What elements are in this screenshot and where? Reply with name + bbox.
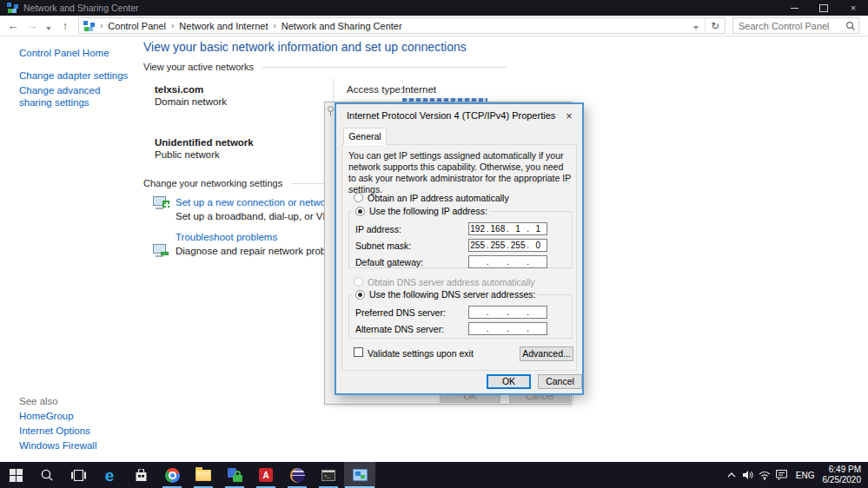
obtain-ip-radio[interactable] [354, 193, 363, 202]
taskbar-eclipse-button[interactable] [282, 462, 313, 488]
refresh-icon[interactable]: ↻ [706, 20, 725, 32]
taskbar-secure-app-button[interactable] [219, 462, 250, 488]
edge-icon: e [105, 467, 115, 484]
taskbar-store-button[interactable] [125, 462, 156, 488]
tab-general[interactable]: General [343, 128, 387, 145]
subnet-mask-field[interactable]: 255.255.255.0 [468, 239, 547, 252]
dialog-pin-icon [328, 106, 334, 112]
clock[interactable]: 6:49 PM 6/25/2020 [821, 465, 868, 486]
validate-checkbox[interactable] [354, 347, 363, 357]
search-input[interactable] [733, 21, 843, 31]
use-dns-label: Use the following DNS server addresses: [369, 289, 535, 300]
back-button[interactable]: ← [3, 19, 23, 32]
language-indicator[interactable]: ENG [790, 471, 821, 480]
terminal-icon [321, 470, 335, 481]
file-explorer-icon [195, 470, 211, 481]
system-tray: ENG 6:49 PM 6/25/2020 [724, 462, 868, 488]
advanced-button[interactable]: Advanced... [520, 346, 573, 361]
taskbar-acrobat-button[interactable]: A [250, 462, 282, 488]
search-icon [843, 21, 858, 31]
use-ip-radio-row[interactable]: Use the following IP address: [353, 206, 490, 216]
use-dns-radio[interactable] [355, 290, 365, 300]
page-title: View your basic network information and … [143, 40, 467, 54]
notifications-icon[interactable] [773, 470, 790, 480]
taskbar-terminal-button[interactable] [313, 462, 344, 488]
alternate-dns-field[interactable]: ... [468, 322, 547, 335]
taskbar: e A ENG 6:49 PM 6/25/2020 [0, 462, 868, 488]
access-type-value: Internet [402, 84, 436, 95]
default-gateway-field[interactable]: ... [468, 255, 547, 268]
see-also-label: See also [19, 396, 58, 406]
sidebar-item-change-advanced-sharing[interactable]: Change advanced sharing settings [19, 85, 125, 109]
access-type-label: Access type: [347, 84, 403, 95]
sidebar-item-control-panel-home[interactable]: Control Panel Home [19, 48, 109, 58]
setup-connection-link[interactable]: Set up a new connection or network [176, 197, 335, 208]
tray-date: 6/25/2020 [823, 475, 862, 485]
acrobat-icon: A [259, 468, 273, 482]
taskbar-edge-button[interactable]: e [94, 462, 125, 488]
network-name: telxsi.com [155, 84, 203, 95]
use-ip-radio[interactable] [355, 207, 365, 216]
network-type: Public network [155, 149, 220, 160]
breadcrumb-item-control-panel[interactable]: Control Panel [108, 21, 166, 31]
active-networks-label: View your active networks [143, 62, 254, 72]
dialog-title: Internet Protocol Version 4 (TCP/IPv4) P… [347, 110, 555, 121]
troubleshoot-link[interactable]: Troubleshoot problems [176, 232, 277, 242]
window-titlebar: Network and Sharing Center × [0, 0, 868, 16]
minimize-button[interactable] [779, 0, 809, 16]
ip-address-label: IP address: [355, 224, 401, 234]
eclipse-icon [290, 468, 305, 483]
dns-groupbox: Use the following DNS server addresses: … [348, 294, 573, 339]
dialog-description: You can get IP settings assigned automat… [348, 150, 573, 196]
breadcrumb-item-network-sharing-center[interactable]: Network and Sharing Center [282, 21, 402, 31]
use-dns-radio-row[interactable]: Use the following DNS server addresses: [353, 289, 538, 300]
search-box[interactable] [732, 17, 859, 34]
active-networks-section: View your active networks [143, 62, 507, 72]
sidebar-item-internet-options[interactable]: Internet Options [19, 425, 90, 436]
address-dropdown[interactable] [687, 21, 705, 31]
network-name: Unidentified network [155, 137, 254, 148]
network-wifi-icon[interactable] [757, 471, 773, 480]
breadcrumb-item-network-and-internet[interactable]: Network and Internet [179, 21, 268, 31]
close-button[interactable]: × [838, 0, 868, 16]
network-type: Domain network [155, 96, 227, 107]
validate-label[interactable]: Validate settings upon exit [368, 348, 474, 359]
preferred-dns-field[interactable]: ... [468, 306, 547, 319]
network-sharing-icon [353, 469, 368, 481]
subnet-mask-label: Subnet mask: [355, 241, 411, 251]
obtain-ip-label[interactable]: Obtain an IP address automatically [368, 193, 509, 203]
sidebar-item-windows-firewall[interactable]: Windows Firewall [19, 440, 96, 451]
breadcrumb[interactable]: › Control Panel › Network and Internet ›… [78, 17, 726, 34]
task-view-button[interactable] [63, 462, 94, 488]
tray-chevron-up-icon[interactable] [724, 472, 740, 478]
ip-address-field[interactable]: 192.168.1.1 [468, 222, 547, 235]
default-gateway-label: Default gateway: [355, 257, 423, 267]
ip-groupbox: Use the following IP address: IP address… [348, 211, 573, 268]
recent-pages-dropdown[interactable] [42, 18, 56, 34]
maximize-button[interactable] [809, 0, 838, 16]
up-button[interactable]: ↑ [56, 19, 75, 32]
sidebar-item-homegroup[interactable]: HomeGroup [19, 411, 74, 421]
search-icon [40, 468, 54, 482]
cancel-button[interactable]: Cancel [538, 374, 582, 389]
forward-button: → [23, 19, 42, 32]
dialog-titlebar[interactable]: Internet Protocol Version 4 (TCP/IPv4) P… [336, 104, 582, 127]
breadcrumb-separator: › [166, 21, 179, 30]
alternate-dns-label: Alternate DNS server: [355, 324, 444, 334]
dialog-close-icon[interactable]: × [556, 104, 582, 127]
taskbar-file-explorer-button[interactable] [188, 462, 219, 488]
start-button[interactable] [0, 462, 31, 488]
ok-button[interactable]: OK [487, 374, 531, 389]
preferred-dns-label: Preferred DNS server: [355, 307, 446, 318]
obtain-dns-radio [354, 277, 363, 287]
taskbar-chrome-button[interactable] [156, 462, 188, 488]
new-connection-icon [153, 196, 169, 209]
taskbar-network-sharing-button[interactable] [344, 462, 375, 488]
location-icon [83, 21, 95, 31]
sidebar-item-change-adapter-settings[interactable]: Change adapter settings [19, 70, 128, 81]
ipv4-properties-dialog: Internet Protocol Version 4 (TCP/IPv4) P… [335, 102, 584, 395]
taskbar-search-button[interactable] [31, 462, 63, 488]
volume-icon[interactable] [740, 470, 757, 480]
breadcrumb-separator: › [95, 21, 108, 30]
task-view-icon [71, 470, 86, 481]
